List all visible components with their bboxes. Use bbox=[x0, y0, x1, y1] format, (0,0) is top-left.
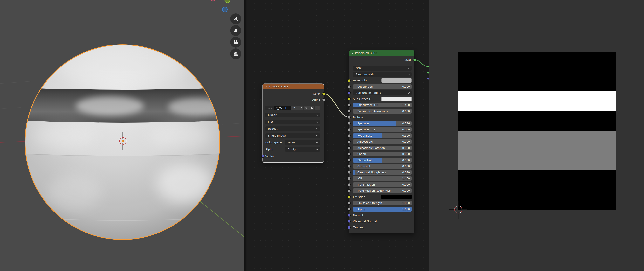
hand-icon bbox=[233, 28, 239, 34]
chevron-down-icon[interactable] bbox=[265, 85, 267, 88]
dropdown-value: Random Walk bbox=[356, 73, 374, 76]
material-output-socket[interactable] bbox=[427, 78, 429, 80]
socket-transmission-input[interactable] bbox=[348, 183, 350, 186]
bsdf-slider-roughness[interactable]: Roughness0.500 bbox=[353, 133, 412, 138]
node-title: T_Metallic_MT bbox=[269, 85, 288, 88]
socket-label: Vector bbox=[266, 155, 274, 158]
bsdf-slider-specular[interactable]: Specular0.736 bbox=[353, 121, 412, 126]
bsdf-slider-subsurface-anisotropy[interactable]: Subsurface Anisotropy0.000 bbox=[353, 109, 412, 114]
material-output-socket[interactable] bbox=[427, 72, 429, 74]
slider-label: Anisotropic bbox=[357, 140, 372, 143]
socket-subsurface-input[interactable] bbox=[348, 85, 350, 88]
socket-specular-input[interactable] bbox=[348, 122, 350, 124]
socket-emission-strength-input[interactable] bbox=[348, 202, 350, 204]
socket-subsurface-radius-input[interactable] bbox=[348, 92, 350, 94]
socket-ior-input[interactable] bbox=[348, 177, 350, 180]
image-browse-button[interactable] bbox=[266, 106, 274, 110]
color-swatch-base-color[interactable] bbox=[382, 78, 412, 83]
open-image-button[interactable] bbox=[309, 106, 314, 110]
socket-sheen-tint-input[interactable] bbox=[348, 159, 350, 161]
socket-metallic-input[interactable] bbox=[348, 116, 350, 118]
bsdf-dropdown-ggx[interactable]: GGX bbox=[353, 66, 412, 70]
dropdown-alpha[interactable]: Straight bbox=[285, 147, 320, 152]
node-principled-bsdf[interactable]: Principled BSDF BSDF GGXRandom WalkBase … bbox=[349, 50, 414, 233]
chevron-down-icon[interactable] bbox=[351, 52, 354, 54]
perspective-toggle-button[interactable] bbox=[230, 48, 241, 59]
fake-user-button[interactable] bbox=[298, 106, 303, 110]
bsdf-slider-specular-tint[interactable]: Specular Tint0.000 bbox=[353, 127, 412, 132]
bsdf-slider-emission-strength[interactable]: Emission Strength1.000 bbox=[353, 201, 412, 205]
viewport-3d[interactable] bbox=[0, 0, 244, 271]
bsdf-slider-transmission[interactable]: Transmission0.000 bbox=[353, 182, 412, 187]
bsdf-dropdown-subsurface-radius[interactable]: Subsurface Radius bbox=[353, 90, 412, 95]
socket-clearcoat-normal-input[interactable] bbox=[348, 220, 350, 222]
color-swatch-emission[interactable] bbox=[382, 194, 412, 199]
color-swatch-subsurface-c[interactable] bbox=[382, 96, 412, 101]
socket-clearcoat-input[interactable] bbox=[348, 165, 350, 168]
socket-subsurface-ior-input[interactable] bbox=[348, 104, 350, 106]
node-header-image-texture[interactable]: T_Metallic_MT bbox=[263, 84, 324, 89]
field-label: Emission bbox=[353, 196, 365, 198]
link-color-to-metallic[interactable] bbox=[324, 94, 349, 117]
socket-normal-input[interactable] bbox=[348, 214, 350, 216]
slider-value: 0.000 bbox=[402, 128, 410, 131]
bsdf-slider-sheen[interactable]: Sheen0.000 bbox=[353, 152, 412, 156]
socket-base-color-input[interactable] bbox=[348, 79, 350, 82]
bsdf-slider-ior[interactable]: IOR1.450 bbox=[353, 176, 412, 181]
tex-dropdown-linear[interactable]: Linear bbox=[266, 112, 320, 117]
socket-alpha-output[interactable] bbox=[322, 98, 325, 101]
node-image-texture[interactable]: T_Metallic_MT ColorAlpha T_Metal... 2 bbox=[263, 84, 324, 162]
bsdf-input-tangent: Tangent bbox=[353, 225, 412, 230]
slider-label: Subsurface IOR bbox=[357, 104, 378, 106]
zoom-button[interactable] bbox=[230, 14, 241, 24]
dropdown-color-space[interactable]: sRGB bbox=[285, 140, 320, 145]
socket-anisotropic-input[interactable] bbox=[348, 140, 350, 143]
bsdf-slider-clearcoat[interactable]: Clearcoat0.000 bbox=[353, 164, 412, 168]
camera-view-button[interactable] bbox=[230, 37, 241, 48]
bsdf-slider-anisotropic[interactable]: Anisotropic0.000 bbox=[353, 140, 412, 144]
bsdf-slider-transmission-roughness[interactable]: Transmission Roughness0.000 bbox=[353, 188, 412, 193]
field-label: Color Space bbox=[266, 141, 285, 144]
socket-tangent-input[interactable] bbox=[348, 226, 350, 229]
area-divider[interactable] bbox=[244, 0, 245, 271]
camera-icon bbox=[233, 39, 239, 45]
bsdf-slider-sheen-tint[interactable]: Sheen Tint0.500 bbox=[353, 158, 412, 162]
bsdf-slider-alpha[interactable]: Alpha1.000 bbox=[353, 207, 412, 212]
bsdf-slider-subsurface[interactable]: Subsurface0.000 bbox=[353, 84, 412, 89]
pan-button[interactable] bbox=[230, 25, 241, 36]
unlink-image-button[interactable]: ✕ bbox=[315, 106, 320, 110]
bsdf-slider-clearcoat-roughness[interactable]: Clearcoat Roughness0.030 bbox=[353, 170, 412, 175]
socket-label: BSDF bbox=[404, 58, 412, 62]
socket-transmission-roughness-input[interactable] bbox=[348, 190, 350, 192]
link-bsdf-to-surface[interactable] bbox=[414, 60, 428, 66]
socket-roughness-input[interactable] bbox=[348, 134, 350, 137]
bsdf-slider-subsurface-ior[interactable]: Subsurface IOR1.400 bbox=[353, 103, 412, 107]
bsdf-dropdown-random-walk[interactable]: Random Walk bbox=[353, 72, 412, 77]
image-name-field[interactable]: T_Metal... bbox=[274, 106, 291, 110]
socket-subsurface-c-input[interactable] bbox=[348, 98, 350, 100]
tex-dropdown-flat[interactable]: Flat bbox=[266, 120, 320, 124]
slider-label: Transmission Roughness bbox=[357, 189, 390, 192]
nav-gizmo[interactable] bbox=[210, 0, 230, 12]
image-users-count[interactable]: 2 bbox=[291, 106, 298, 110]
material-output-socket[interactable] bbox=[427, 66, 429, 68]
socket-vector-input[interactable] bbox=[262, 155, 264, 158]
socket-subsurface-anisotropy-input[interactable] bbox=[348, 110, 350, 112]
shader-node-editor[interactable]: T_Metallic_MT ColorAlpha T_Metal... 2 bbox=[244, 0, 429, 271]
image-editor[interactable] bbox=[429, 0, 644, 271]
dropdown-value: Linear bbox=[268, 113, 276, 116]
socket-color-output[interactable] bbox=[322, 92, 325, 95]
socket-alpha-input[interactable] bbox=[348, 208, 350, 210]
bsdf-slider-anisotropic-rotation[interactable]: Anisotropic Rotation0.000 bbox=[353, 146, 412, 150]
node-header-principled-bsdf[interactable]: Principled BSDF bbox=[349, 50, 414, 56]
socket-bsdf-output[interactable] bbox=[413, 59, 416, 61]
tex-field-color-space: Color SpacesRGB bbox=[266, 140, 320, 145]
new-image-button[interactable] bbox=[304, 106, 309, 110]
socket-emission-input[interactable] bbox=[348, 196, 350, 198]
socket-clearcoat-roughness-input[interactable] bbox=[348, 171, 350, 174]
socket-sheen-input[interactable] bbox=[348, 153, 350, 155]
socket-anisotropic-rotation-input[interactable] bbox=[348, 146, 350, 149]
tex-dropdown-single-image[interactable]: Single Image bbox=[266, 133, 320, 138]
socket-specular-tint-input[interactable] bbox=[348, 128, 350, 131]
tex-dropdown-repeat[interactable]: Repeat bbox=[266, 126, 320, 131]
